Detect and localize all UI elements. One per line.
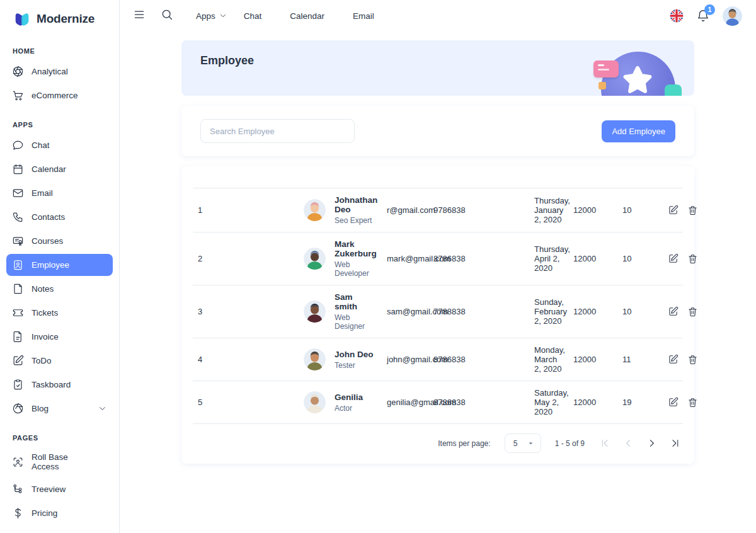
illustration-teal-block (665, 84, 682, 96)
sidebar-item-notes[interactable]: Notes (6, 278, 113, 300)
sidebar-item-label: Analytical (32, 67, 68, 76)
chevron-down-icon (98, 188, 107, 198)
menu-toggle-button[interactable] (129, 5, 150, 26)
row-number: 5 (193, 381, 299, 424)
items-per-page-value: 5 (513, 439, 518, 448)
prev-page-button[interactable] (623, 438, 634, 449)
sidebar-item-todo[interactable]: ToDo (6, 350, 113, 372)
employee-salary: 12000 (568, 381, 617, 424)
sidebar-item-icon (12, 283, 24, 295)
sidebar-item-label: Calendar (32, 164, 66, 174)
sidebar-section-items: Analytical eCommerce (0, 60, 119, 106)
trash-icon[interactable] (687, 253, 698, 264)
Genilia: 5 Genilia Actor (193, 381, 683, 424)
nav-chat[interactable]: Chat (237, 8, 281, 25)
edit-icon[interactable] (668, 205, 679, 215)
Sam smith: 3 Sam smith Web Designer (193, 285, 683, 338)
chevron-down-icon (98, 404, 107, 413)
employee-projects: 10 (617, 232, 663, 285)
nav-calendar[interactable]: Calendar (283, 8, 343, 25)
sidebar-item-contacts[interactable]: Contacts (6, 206, 113, 228)
search-button[interactable] (156, 5, 178, 26)
sidebar-item-label: Notes (32, 284, 54, 294)
Mark Zukerburg: 2 Mark Zukerburg Web Developer (193, 232, 683, 285)
sidebar-item-label: Invoice (32, 332, 59, 341)
employee-name: Mark Zukerburg (335, 239, 377, 258)
sidebar-item-label: Courses (32, 236, 63, 246)
first-page-button[interactable] (600, 438, 610, 449)
sidebar-item-courses[interactable]: Courses (6, 230, 113, 252)
sidebar-item-icon (12, 355, 24, 367)
illustration-card (593, 60, 619, 77)
table-column-header (617, 168, 663, 188)
user-avatar[interactable] (723, 6, 742, 26)
sidebar-item-label: Blog (32, 404, 49, 413)
trash-icon[interactable] (687, 354, 698, 365)
sidebar-item-blog[interactable]: Blog (6, 398, 113, 420)
employee-name: John Deo (335, 350, 374, 359)
add-employee-button[interactable]: Add Employee (602, 120, 675, 142)
sidebar-item-label: Treeview (32, 484, 66, 494)
items-per-page-select[interactable]: 5 (505, 433, 541, 453)
app-title: Modernize (37, 12, 94, 26)
sidebar-item-invoice[interactable]: Invoice (6, 326, 113, 348)
language-flag-icon[interactable] (670, 9, 684, 23)
employee-toolbar: Add Employee (181, 106, 694, 156)
nav-email[interactable]: Email (346, 8, 393, 25)
chevron-down-icon (265, 11, 273, 20)
sidebar-item-icon (12, 187, 24, 199)
sidebar-nav: HOME Analytical eCommerce (0, 35, 119, 533)
last-page-button[interactable] (670, 438, 680, 449)
app-logo[interactable]: Modernize (0, 0, 119, 35)
table-column-header (663, 168, 683, 188)
items-per-page-label: Items per page: (438, 439, 490, 448)
sidebar-item-email[interactable]: Email (6, 182, 113, 204)
table-column-header (529, 168, 568, 188)
next-page-button[interactable] (646, 438, 657, 449)
bell-icon (696, 14, 710, 25)
edit-icon[interactable] (668, 306, 679, 317)
page-banner: Employee (181, 40, 694, 96)
sidebar-item-tickets[interactable]: Tickets (6, 302, 113, 324)
sidebar-item-roll-base-access[interactable]: Roll Base Access (6, 447, 113, 476)
sidebar-item-treeview[interactable]: Treeview (6, 478, 113, 500)
trash-icon[interactable] (687, 205, 698, 215)
sidebar-section: HOME Analytical eCommerce (0, 35, 119, 106)
sidebar-item-ecommerce[interactable]: eCommerce (6, 84, 113, 106)
edit-icon[interactable] (668, 354, 679, 365)
sidebar-item-analytical[interactable]: Analytical (6, 60, 113, 83)
employee-avatar (304, 248, 326, 270)
topnav: Apps Chat Calendar Email (189, 8, 393, 25)
nav-apps[interactable]: Apps (189, 8, 234, 25)
employee-email: john@gmail.com (382, 338, 428, 381)
sidebar-item-icon (12, 66, 24, 77)
employee-role: Seo Expert (335, 216, 377, 225)
table-column-header (568, 168, 617, 188)
employee-email: genilia@gmail.com (382, 381, 428, 424)
sidebar-item-label: Tickets (32, 308, 58, 318)
sidebar-item-account-setting[interactable]: Account Setting (6, 526, 113, 533)
pagination: Items per page: 5 1 - 5 of 9 (193, 424, 683, 461)
employee-role: Web Designer (335, 313, 377, 331)
edit-icon[interactable] (668, 397, 679, 408)
sidebar-item-chat[interactable]: Chat (6, 134, 113, 156)
chevron-down-icon (98, 91, 107, 100)
employee-email: r@gmail.com (382, 188, 428, 232)
trash-icon[interactable] (687, 306, 698, 317)
employee-join-date: Sunday, February 2, 2020 (529, 285, 568, 338)
chevron-down-icon (98, 164, 107, 174)
edit-icon[interactable] (668, 253, 679, 264)
search-employee-input[interactable] (200, 119, 355, 143)
sidebar-item-calendar[interactable]: Calendar (6, 158, 113, 180)
trash-icon[interactable] (687, 397, 698, 408)
sidebar-item-icon (12, 379, 24, 391)
star-icon (619, 63, 656, 96)
sidebar-item-taskboard[interactable]: Taskboard (6, 374, 113, 396)
sidebar-item-employee[interactable]: Employee (6, 254, 113, 276)
sidebar-item-pricing[interactable]: Pricing (6, 502, 113, 524)
chevron-down-icon (98, 260, 107, 270)
chevron-down-icon (98, 380, 107, 389)
notifications-button[interactable]: 1 (696, 9, 710, 23)
employee-mobile: 8786838 (428, 338, 529, 381)
sidebar-item-label: Contacts (32, 212, 65, 222)
